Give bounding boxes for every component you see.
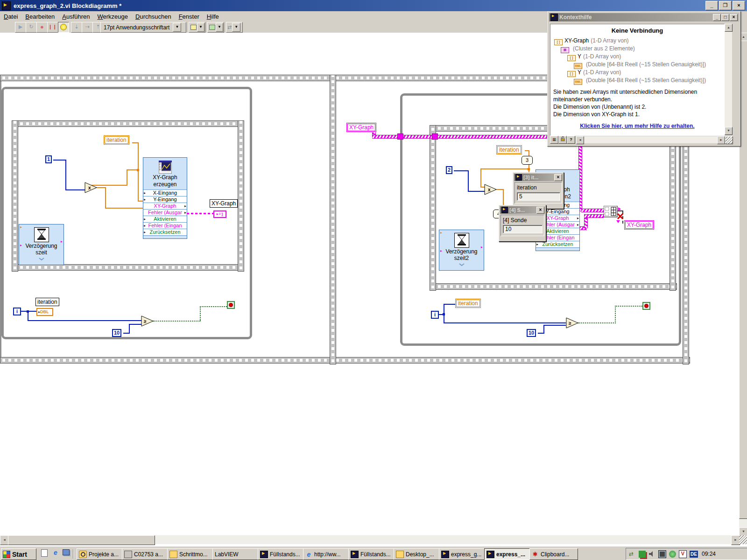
align-objects-button[interactable]: ▼ [189,22,205,33]
distribute-objects-button[interactable]: ▼ [207,22,224,33]
xy-graph-indicator-label[interactable]: XY-Graph [210,199,238,208]
expand-chevron-icon[interactable] [459,263,465,266]
xy-graph-control-label[interactable]: XY-Graph [346,123,376,132]
context-help-vscrollbar[interactable]: ▲ ▼ [725,24,732,135]
greater-equal-node[interactable]: ≥ [141,315,154,327]
tray-network-icon[interactable] [639,551,646,558]
task-schrittmotor[interactable]: Schrittmo... [167,548,216,560]
task-browser[interactable]: ehttp://ww... [303,548,352,560]
abort-button[interactable]: ● [36,22,48,33]
chevron-down-icon[interactable]: ▼ [232,23,240,32]
task-labview[interactable]: LabVIEW [212,548,261,560]
run-button[interactable]: ▶ [15,22,26,33]
terminal-row[interactable]: ▸X-Eingang [143,190,187,196]
probe-title-bar[interactable]: [3] it... × [514,174,563,181]
probe-window-3[interactable]: [3] it... × iteration 5 [513,172,564,209]
diagram-help-toggle-icon[interactable]: ⊞ [550,136,558,144]
scroll-down-icon[interactable]: ▼ [725,127,733,135]
multiply-node[interactable]: x [484,184,497,195]
detailed-help-icon[interactable]: ? [567,136,575,144]
scroll-right-icon[interactable]: ► [717,136,725,144]
task-fuellstands-1[interactable]: Füllstands... [258,548,306,560]
stop-condition-terminal[interactable] [642,302,650,310]
tray-antivirus-icon[interactable]: V [679,550,687,558]
menu-hilfe[interactable]: Hilfe [203,12,223,21]
loop-iteration-terminal[interactable]: i [13,308,21,315]
quick-launch-document-icon[interactable] [41,549,49,558]
scroll-left-icon[interactable]: ◄ [576,136,584,144]
restore-icon[interactable]: ❐ [719,1,732,10]
close-icon[interactable]: × [733,1,745,10]
menu-durchsuchen[interactable]: Durchsuchen [132,12,175,21]
task-express-active[interactable]: express_... [484,548,533,560]
menu-ausfuehren[interactable]: Ausführen [58,12,93,21]
terminal-row[interactable]: ▸Zurücksetzen [536,241,579,248]
terminal-row[interactable]: ▸Fehler (Eingan [143,223,187,229]
pause-button[interactable]: ❙❙ [47,22,58,33]
loop-iteration-terminal[interactable]: i [431,311,439,319]
close-icon[interactable]: × [730,14,738,21]
terminal-row[interactable]: ▸Aktivieren [143,216,187,223]
iteration-indicator-label[interactable]: iteration [35,298,59,306]
menu-werkzeuge[interactable]: Werkzeuge [94,12,132,21]
lock-icon[interactable] [558,136,567,144]
start-button[interactable]: Start [1,548,36,560]
minimize-icon[interactable]: _ [705,1,718,10]
resize-grip[interactable] [725,136,733,144]
context-help-window[interactable]: Kontexthilfe _ □ × Keine Verbindung [ ]X… [547,11,741,147]
chevron-down-icon[interactable]: ▼ [173,23,181,32]
reorder-button[interactable]: ⇄▼ [226,22,243,33]
task-desktop[interactable]: Desktop_... [394,548,442,560]
build-array-node[interactable] [604,206,618,217]
quick-launch-ie-icon[interactable]: e [51,549,60,558]
multiply-node[interactable]: x [85,182,97,193]
menu-datei[interactable]: Datei [0,12,21,21]
keyboard-layout-badge[interactable]: DE [690,551,698,558]
maximize-icon[interactable]: □ [721,14,729,21]
numeric-constant-1[interactable]: 1 [45,155,52,163]
close-icon[interactable]: × [536,207,544,214]
run-continuous-button[interactable]: ↻ [26,22,37,33]
step-into-button[interactable]: ⇣ [71,22,82,33]
menu-fenster[interactable]: Fenster [175,12,203,21]
iteration-control-label[interactable]: iteration [496,145,522,154]
tray-volume-icon[interactable] [648,551,655,558]
tray-display-icon[interactable] [658,550,666,558]
xy-graph-indicator-label[interactable]: XY-Graph [624,220,654,230]
resize-grip[interactable] [739,535,747,544]
xy-graph-indicator-terminal[interactable]: ▸≡] [213,210,226,218]
close-icon[interactable]: × [554,174,562,181]
probe-window-4[interactable]: [4] S... × [4] Sonde 10 [499,205,546,242]
task-clipboard[interactable]: ✱Clipboard... [529,548,578,560]
chevron-down-icon[interactable]: ▼ [216,23,223,32]
terminal-row[interactable]: Fehler (Ausgar▸ [143,210,187,216]
greater-equal-node[interactable]: ≥ [566,317,578,329]
task-express-g[interactable]: express_g... [439,548,487,560]
highlight-execution-button[interactable] [58,22,69,33]
delay-express-vi[interactable]: ▸ ▸ ▸ Verzögerung szeit [19,224,64,265]
iteration-control-label[interactable]: iteration [104,135,129,145]
stop-condition-terminal[interactable] [227,301,235,309]
terminal-row[interactable]: XY-Graph▸ [143,203,187,210]
step-over-button[interactable]: ⇢ [82,22,93,33]
probe-badge-3[interactable]: 3 [521,156,533,165]
task-projekte[interactable]: Projekte a... [77,548,125,560]
task-c02753[interactable]: C02753 a... [122,548,170,560]
numeric-constant-2[interactable]: 2 [446,166,452,174]
more-help-link[interactable]: Klicken Sie hier, um mehr Hilfe zu erhal… [550,123,724,129]
quick-launch-desktop-icon[interactable] [62,549,70,558]
horizontal-scrollbar-thumb[interactable] [8,535,155,545]
font-selector[interactable]: 17pt Anwendungsschriftart ▼ [100,22,186,33]
terminal-row[interactable]: ▸Zurücksetzen [143,229,187,236]
express-vi-xy-graph-erzeugen[interactable]: 210 XY-Graph erzeugen ▸X-Eingang ▸Y-Eing… [143,157,187,239]
iteration-indicator-label[interactable]: iteration [455,299,481,308]
chevron-down-icon[interactable]: ▼ [197,23,204,32]
scroll-up-icon[interactable]: ▲ [725,24,733,32]
delay-express-vi[interactable]: ▸ ▸ ▸ Verzögerung szeit2 [439,230,484,271]
numeric-constant-10[interactable]: 10 [112,329,121,337]
task-fuellstands-2[interactable]: Füllstands... [348,548,397,560]
minimize-icon[interactable]: _ [713,14,721,21]
probe-title-bar[interactable]: [4] S... × [500,206,545,214]
context-help-title-bar[interactable]: Kontexthilfe _ □ × [549,13,739,21]
numeric-constant-10[interactable]: 10 [527,329,536,337]
